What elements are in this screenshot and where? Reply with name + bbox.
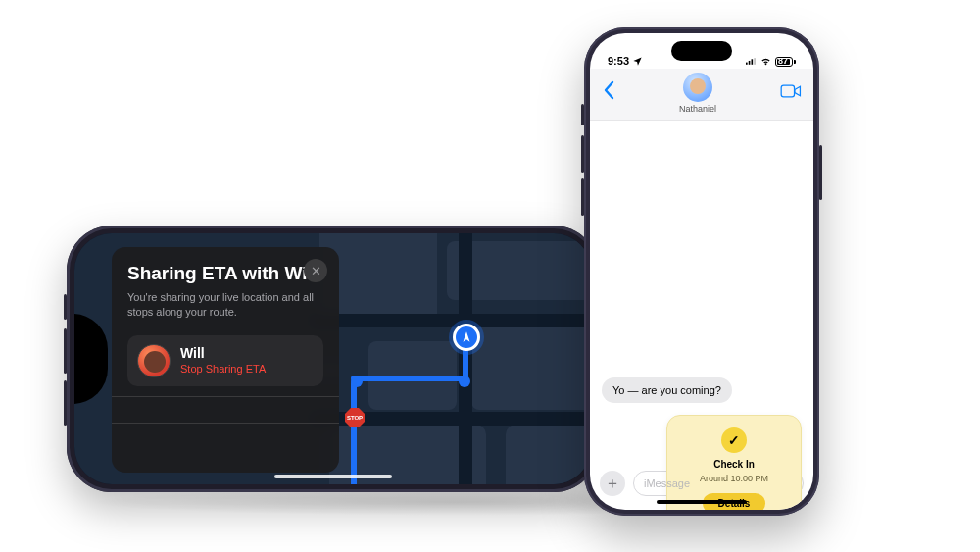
card-subtitle: You're sharing your live location and al… [127,290,323,320]
user-location-marker[interactable] [453,324,480,351]
conversation-header: Nathaniel [590,69,813,121]
message-text: Yo — are you coming? [612,384,721,396]
chevron-left-icon [602,80,615,100]
avatar [683,73,712,102]
svg-rect-1 [749,61,751,65]
contact-name: Nathaniel [679,104,716,114]
wifi-icon [760,56,771,67]
facetime-button[interactable] [780,83,802,103]
contact-row[interactable]: Will Stop Sharing ETA [127,335,323,386]
phone-landscape: Ave STOP ✕ Sharing ETA with Will You're … [67,226,599,492]
close-icon: ✕ [311,264,321,278]
svg-rect-4 [781,85,794,97]
svg-rect-3 [754,58,756,65]
svg-rect-0 [746,63,748,65]
message-thread[interactable]: Yo — are you coming? ✓ Check In Around 1… [590,121,813,469]
checkin-subtitle: Around 10:00 PM [700,474,768,483]
close-button[interactable]: ✕ [304,259,327,282]
home-indicator[interactable] [274,475,392,478]
card-title: Sharing ETA with Will [127,263,323,284]
phone-portrait: 9:53 87 Nathaniel [584,27,819,516]
dynamic-island [671,41,732,61]
checkin-title: Check In [713,459,755,470]
battery-icon: 87 [775,57,796,67]
contact-name: Will [180,346,266,361]
svg-rect-2 [752,59,754,65]
status-time: 9:53 [608,55,629,67]
message-bubble-incoming[interactable]: Yo — are you coming? [602,377,732,403]
check-icon: ✓ [721,427,747,453]
checkin-card[interactable]: ✓ Check In Around 10:00 PM Details [666,415,802,510]
location-arrow-icon [460,330,473,344]
avatar [137,344,171,377]
video-icon [780,83,802,99]
stop-sharing-link[interactable]: Stop Sharing ETA [180,363,266,375]
cellular-icon [746,56,757,67]
back-button[interactable] [602,80,615,106]
location-services-icon [632,56,643,67]
home-indicator[interactable] [657,500,747,504]
plus-icon: ＋ [605,474,620,494]
attach-button[interactable]: ＋ [600,471,625,496]
stop-sign-icon: STOP [345,408,365,427]
share-eta-card: ✕ Sharing ETA with Will You're sharing y… [112,247,339,473]
contact-header[interactable]: Nathaniel [679,73,716,114]
